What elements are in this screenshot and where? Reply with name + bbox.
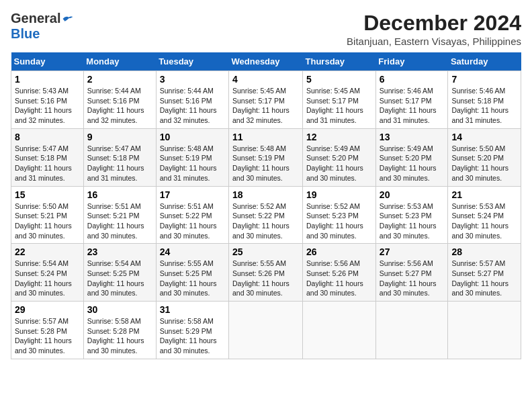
day-detail: Sunrise: 5:45 AMSunset: 5:17 PMDaylight:… xyxy=(306,86,372,126)
day-number: 26 xyxy=(306,246,372,257)
day-number: 9 xyxy=(87,132,152,142)
day-detail: Sunrise: 5:58 AMSunset: 5:28 PMDaylight:… xyxy=(87,316,152,356)
calendar-cell: 22Sunrise: 5:54 AMSunset: 5:24 PMDayligh… xyxy=(11,244,84,302)
day-detail: Sunrise: 5:50 AMSunset: 5:21 PMDaylight:… xyxy=(15,201,80,241)
calendar-header-row: SundayMondayTuesdayWednesdayThursdayFrid… xyxy=(11,52,521,71)
calendar-cell: 17Sunrise: 5:51 AMSunset: 5:22 PMDayligh… xyxy=(156,186,228,244)
day-number: 8 xyxy=(15,132,80,142)
day-number: 29 xyxy=(15,304,80,315)
day-detail: Sunrise: 5:56 AMSunset: 5:26 PMDaylight:… xyxy=(306,259,372,298)
day-number: 6 xyxy=(380,74,445,85)
calendar-week-row: 22Sunrise: 5:54 AMSunset: 5:24 PMDayligh… xyxy=(11,244,521,302)
calendar-week-row: 8Sunrise: 5:47 AMSunset: 5:18 PMDaylight… xyxy=(11,128,521,186)
day-detail: Sunrise: 5:46 AMSunset: 5:17 PMDaylight:… xyxy=(380,86,445,126)
day-detail: Sunrise: 5:51 AMSunset: 5:22 PMDaylight:… xyxy=(160,201,225,241)
logo: General Blue xyxy=(11,11,74,42)
day-number: 24 xyxy=(160,246,225,257)
day-detail: Sunrise: 5:46 AMSunset: 5:18 PMDaylight:… xyxy=(451,86,517,126)
calendar-cell: 6Sunrise: 5:46 AMSunset: 5:17 PMDaylight… xyxy=(375,71,448,129)
day-detail: Sunrise: 5:54 AMSunset: 5:25 PMDaylight:… xyxy=(87,259,152,298)
title-block: December 2024 Bitanjuan, Eastern Visayas… xyxy=(347,11,521,47)
day-number: 16 xyxy=(87,189,152,200)
day-number: 13 xyxy=(380,132,445,142)
day-detail: Sunrise: 5:47 AMSunset: 5:18 PMDaylight:… xyxy=(15,144,80,183)
day-number: 31 xyxy=(160,304,225,315)
calendar-cell: 26Sunrise: 5:56 AMSunset: 5:26 PMDayligh… xyxy=(303,244,376,302)
day-detail: Sunrise: 5:49 AMSunset: 5:20 PMDaylight:… xyxy=(380,144,445,183)
calendar-cell: 31Sunrise: 5:58 AMSunset: 5:29 PMDayligh… xyxy=(156,302,228,359)
logo-bird-icon xyxy=(62,14,74,24)
calendar-week-row: 1Sunrise: 5:43 AMSunset: 5:16 PMDaylight… xyxy=(11,71,521,129)
calendar-cell: 1Sunrise: 5:43 AMSunset: 5:16 PMDaylight… xyxy=(11,71,84,129)
day-number: 30 xyxy=(87,304,152,315)
calendar-cell: 9Sunrise: 5:47 AMSunset: 5:18 PMDaylight… xyxy=(83,128,156,186)
day-number: 3 xyxy=(160,74,225,85)
day-detail: Sunrise: 5:57 AMSunset: 5:28 PMDaylight:… xyxy=(15,316,80,356)
day-detail: Sunrise: 5:43 AMSunset: 5:16 PMDaylight:… xyxy=(15,86,80,126)
day-detail: Sunrise: 5:58 AMSunset: 5:29 PMDaylight:… xyxy=(160,316,225,356)
calendar-cell: 30Sunrise: 5:58 AMSunset: 5:28 PMDayligh… xyxy=(83,302,156,359)
day-detail: Sunrise: 5:44 AMSunset: 5:16 PMDaylight:… xyxy=(160,86,225,126)
calendar-cell: 3Sunrise: 5:44 AMSunset: 5:16 PMDaylight… xyxy=(156,71,228,129)
day-number: 19 xyxy=(306,189,372,200)
day-number: 4 xyxy=(232,74,299,85)
calendar-cell: 23Sunrise: 5:54 AMSunset: 5:25 PMDayligh… xyxy=(83,244,156,302)
calendar-cell: 14Sunrise: 5:50 AMSunset: 5:20 PMDayligh… xyxy=(448,128,521,186)
calendar-cell: 5Sunrise: 5:45 AMSunset: 5:17 PMDaylight… xyxy=(303,71,376,129)
day-number: 7 xyxy=(451,74,517,85)
header-sunday: Sunday xyxy=(11,52,84,71)
calendar-cell: 29Sunrise: 5:57 AMSunset: 5:28 PMDayligh… xyxy=(11,302,84,359)
day-detail: Sunrise: 5:52 AMSunset: 5:23 PMDaylight:… xyxy=(306,201,372,241)
calendar-cell: 24Sunrise: 5:55 AMSunset: 5:25 PMDayligh… xyxy=(156,244,228,302)
header-saturday: Saturday xyxy=(448,52,521,71)
header-thursday: Thursday xyxy=(303,52,376,71)
day-detail: Sunrise: 5:53 AMSunset: 5:24 PMDaylight:… xyxy=(451,201,517,241)
day-number: 11 xyxy=(232,132,299,142)
day-detail: Sunrise: 5:57 AMSunset: 5:27 PMDaylight:… xyxy=(451,259,517,298)
calendar-cell: 18Sunrise: 5:52 AMSunset: 5:22 PMDayligh… xyxy=(229,186,303,244)
day-number: 23 xyxy=(87,246,152,257)
calendar-cell: 2Sunrise: 5:44 AMSunset: 5:16 PMDaylight… xyxy=(83,71,156,129)
day-number: 21 xyxy=(451,189,517,200)
header-tuesday: Tuesday xyxy=(156,52,228,71)
calendar-week-row: 29Sunrise: 5:57 AMSunset: 5:28 PMDayligh… xyxy=(11,302,521,359)
day-detail: Sunrise: 5:53 AMSunset: 5:23 PMDaylight:… xyxy=(380,201,445,241)
header-monday: Monday xyxy=(83,52,156,71)
calendar-cell: 15Sunrise: 5:50 AMSunset: 5:21 PMDayligh… xyxy=(11,186,84,244)
day-detail: Sunrise: 5:54 AMSunset: 5:24 PMDaylight:… xyxy=(15,259,80,298)
calendar-cell: 11Sunrise: 5:48 AMSunset: 5:19 PMDayligh… xyxy=(229,128,303,186)
page-header: General Blue December 2024 Bitanjuan, Ea… xyxy=(11,11,521,47)
day-number: 22 xyxy=(15,246,80,257)
calendar-cell xyxy=(303,302,376,359)
calendar-cell: 19Sunrise: 5:52 AMSunset: 5:23 PMDayligh… xyxy=(303,186,376,244)
header-friday: Friday xyxy=(375,52,448,71)
calendar-cell: 7Sunrise: 5:46 AMSunset: 5:18 PMDaylight… xyxy=(448,71,521,129)
day-detail: Sunrise: 5:55 AMSunset: 5:26 PMDaylight:… xyxy=(232,259,299,298)
calendar-cell xyxy=(448,302,521,359)
day-number: 28 xyxy=(451,246,517,257)
calendar-cell: 4Sunrise: 5:45 AMSunset: 5:17 PMDaylight… xyxy=(229,71,303,129)
day-detail: Sunrise: 5:50 AMSunset: 5:20 PMDaylight:… xyxy=(451,144,517,183)
day-number: 20 xyxy=(380,189,445,200)
calendar-cell xyxy=(229,302,303,359)
day-detail: Sunrise: 5:45 AMSunset: 5:17 PMDaylight:… xyxy=(232,86,299,126)
calendar-cell: 21Sunrise: 5:53 AMSunset: 5:24 PMDayligh… xyxy=(448,186,521,244)
page-subtitle: Bitanjuan, Eastern Visayas, Philippines xyxy=(347,36,521,47)
calendar-cell: 27Sunrise: 5:56 AMSunset: 5:27 PMDayligh… xyxy=(375,244,448,302)
logo-general-text: General xyxy=(11,11,60,26)
logo-blue-text: Blue xyxy=(11,26,40,42)
calendar-cell: 8Sunrise: 5:47 AMSunset: 5:18 PMDaylight… xyxy=(11,128,84,186)
calendar-cell: 16Sunrise: 5:51 AMSunset: 5:21 PMDayligh… xyxy=(83,186,156,244)
day-detail: Sunrise: 5:48 AMSunset: 5:19 PMDaylight:… xyxy=(160,144,225,183)
page-title: December 2024 xyxy=(347,11,521,36)
day-number: 1 xyxy=(15,74,80,85)
calendar-cell: 25Sunrise: 5:55 AMSunset: 5:26 PMDayligh… xyxy=(229,244,303,302)
day-detail: Sunrise: 5:51 AMSunset: 5:21 PMDaylight:… xyxy=(87,201,152,241)
calendar-cell: 10Sunrise: 5:48 AMSunset: 5:19 PMDayligh… xyxy=(156,128,228,186)
day-number: 5 xyxy=(306,74,372,85)
day-number: 10 xyxy=(160,132,225,142)
day-number: 14 xyxy=(451,132,517,142)
day-detail: Sunrise: 5:49 AMSunset: 5:20 PMDaylight:… xyxy=(306,144,372,183)
day-number: 2 xyxy=(87,74,152,85)
day-number: 27 xyxy=(380,246,445,257)
